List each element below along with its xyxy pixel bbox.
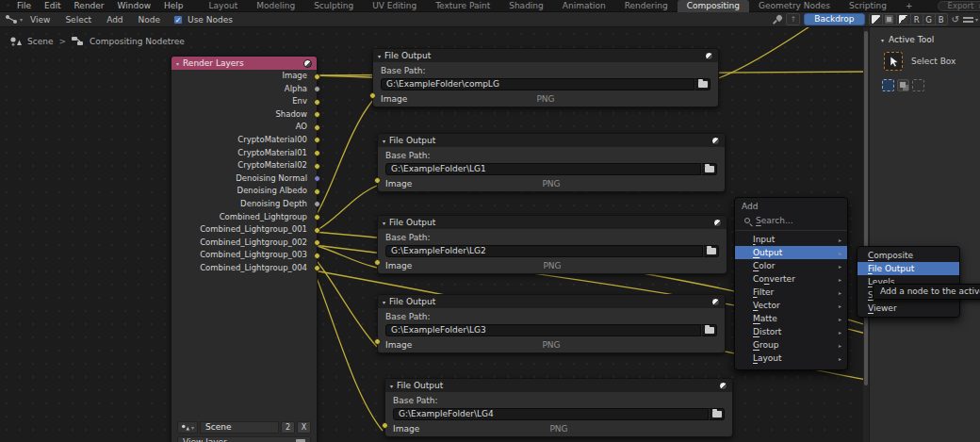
menu-item-input[interactable]: Input▸ xyxy=(735,233,847,246)
menu-item-distort[interactable]: Distort▸ xyxy=(735,325,847,338)
socket[interactable] xyxy=(314,150,320,156)
channel-color-icon[interactable] xyxy=(883,13,897,25)
menu-item-output[interactable]: Output▸ xyxy=(735,246,847,259)
menu-item-viewer[interactable]: Viewer xyxy=(858,302,959,315)
base-path-field[interactable]: G:\ExampleFolder\compLG xyxy=(381,78,694,90)
render-layers-header[interactable]: ▾ Render Layers xyxy=(172,57,317,70)
menu-window[interactable]: Window xyxy=(111,1,158,10)
select-mode-subtract-icon[interactable] xyxy=(912,79,924,91)
socket[interactable] xyxy=(314,227,320,234)
tab-texture-paint[interactable]: Texture Paint xyxy=(426,0,499,12)
render-result-icon[interactable] xyxy=(705,52,713,60)
users-count-button[interactable]: 2 xyxy=(281,421,295,434)
image-input-socket[interactable] xyxy=(382,422,388,429)
menu-file[interactable]: File xyxy=(10,1,38,10)
menu-item-layout[interactable]: Layout▸ xyxy=(735,352,847,365)
browse-folder-button[interactable] xyxy=(701,324,717,336)
active-tool-panel-header[interactable]: ▾ Active Tool xyxy=(870,27,980,44)
base-path-field[interactable]: G:\ExampleFolder\LG3 xyxy=(385,324,701,336)
select-mode-extend-icon[interactable] xyxy=(897,79,909,91)
unlink-button[interactable]: X xyxy=(297,421,311,434)
socket[interactable] xyxy=(314,124,320,131)
file-output-node-4[interactable]: ▾ File Output Base Path: G:\ExampleFolde… xyxy=(377,294,726,353)
menu-item-color[interactable]: Color▸ xyxy=(735,259,847,272)
scene-id-icon[interactable]: ▾ xyxy=(177,421,198,434)
node-header[interactable]: ▾ File Output xyxy=(385,379,732,392)
scrollbar-thumb[interactable] xyxy=(864,31,868,385)
menu-item-composite[interactable]: Composite xyxy=(858,249,959,262)
channel-b-button[interactable]: B xyxy=(936,13,948,25)
options-sliders-icon[interactable] xyxy=(963,15,973,24)
tab-modeling[interactable]: Modeling xyxy=(247,0,304,12)
base-path-field[interactable]: G:\ExampleFolder\LG4 xyxy=(393,408,709,420)
file-output-node-2[interactable]: ▾ File Output Base Path: G:\ExampleFolde… xyxy=(377,133,726,192)
tab-shading[interactable]: Shading xyxy=(499,0,553,12)
use-nodes-checkbox[interactable]: ✓ xyxy=(173,15,183,25)
render-result-icon[interactable] xyxy=(711,137,720,145)
channel-alpha-icon[interactable] xyxy=(897,13,911,25)
backdrop-toggle-button[interactable]: Backdrop xyxy=(804,13,864,25)
channel-color-alpha-icon[interactable] xyxy=(869,13,883,25)
menu-item-search[interactable]: Search... xyxy=(735,214,847,231)
collapse-chevron-icon[interactable]: ▾ xyxy=(383,138,385,144)
file-output-node-1[interactable]: ▾ File Output Base Path: G:\ExampleFolde… xyxy=(372,48,719,107)
menu-add[interactable]: Add xyxy=(99,15,130,25)
image-input-socket[interactable] xyxy=(374,177,381,184)
export-button[interactable]: Export xyxy=(948,1,974,10)
collapse-chevron-icon[interactable]: ▾ xyxy=(378,53,381,59)
node-header[interactable]: ▾ File Output xyxy=(373,49,718,62)
socket[interactable] xyxy=(314,99,320,106)
scene-name-field[interactable]: Scene xyxy=(200,421,279,434)
node-header[interactable]: ▾ File Output xyxy=(378,216,727,229)
node-header[interactable]: ▾ File Output xyxy=(378,134,725,147)
menu-item-converter[interactable]: Converter▸ xyxy=(735,272,847,286)
channel-g-button[interactable]: G xyxy=(923,13,936,25)
channel-r-button[interactable]: R xyxy=(911,13,923,25)
pin-icon[interactable] xyxy=(773,15,782,25)
image-input-socket[interactable] xyxy=(374,259,381,266)
tab-compositing[interactable]: Compositing xyxy=(678,0,749,12)
socket[interactable] xyxy=(314,74,320,80)
tab-layout[interactable]: Layout xyxy=(200,0,248,12)
menu-item-matte[interactable]: Matte▸ xyxy=(735,312,847,325)
tab-rendering[interactable]: Rendering xyxy=(615,0,678,12)
breadcrumb-scene[interactable]: Scene xyxy=(27,37,53,46)
collapse-chevron-icon[interactable]: ▾ xyxy=(383,220,385,226)
socket[interactable] xyxy=(314,163,320,170)
render-layers-node[interactable]: ▾ Render Layers Image Alpha Env Shadow A… xyxy=(171,56,318,442)
collapse-chevron-icon[interactable]: ▾ xyxy=(390,383,393,389)
base-path-field[interactable]: G:\ExampleFolder\LG2 xyxy=(385,245,703,257)
socket[interactable] xyxy=(314,188,320,195)
render-result-icon[interactable] xyxy=(303,59,312,68)
menu-view[interactable]: View xyxy=(23,15,57,25)
view-layer-selector[interactable]: View layer xyxy=(177,436,311,442)
collapse-chevron-icon[interactable]: ▾ xyxy=(383,299,385,305)
menu-item-file-output[interactable]: File Output xyxy=(858,262,959,275)
render-result-icon[interactable] xyxy=(713,219,722,227)
menu-render[interactable]: Render xyxy=(68,1,111,10)
tab-sculpting[interactable]: Sculpting xyxy=(304,0,363,12)
image-input-socket[interactable] xyxy=(369,92,376,99)
file-output-node-3[interactable]: ▾ File Output Base Path: G:\ExampleFolde… xyxy=(377,215,727,274)
browse-folder-button[interactable] xyxy=(709,408,725,420)
render-result-icon[interactable] xyxy=(711,298,720,306)
menu-node[interactable]: Node xyxy=(131,15,169,25)
go-to-parent-icon[interactable]: ↑ xyxy=(786,13,800,25)
editor-type-icon[interactable] xyxy=(5,14,19,25)
file-output-node-5[interactable]: ▾ File Output Base Path: G:\ExampleFolde… xyxy=(384,378,733,437)
tab-animation[interactable]: Animation xyxy=(553,0,615,12)
menu-item-vector[interactable]: Vector▸ xyxy=(735,299,847,312)
collapse-chevron-icon[interactable]: ▾ xyxy=(881,37,884,43)
browse-folder-button[interactable] xyxy=(701,163,717,175)
collapse-chevron-icon[interactable]: ▾ xyxy=(176,60,179,67)
refresh-backdrop-icon[interactable]: ↺ xyxy=(952,15,959,25)
render-result-icon[interactable] xyxy=(719,382,727,390)
tab-add-workspace[interactable]: + xyxy=(896,0,923,12)
socket[interactable] xyxy=(314,214,320,221)
socket[interactable] xyxy=(314,253,320,259)
tab-scripting[interactable]: Scripting xyxy=(840,0,896,12)
select-mode-set-icon[interactable] xyxy=(882,79,894,91)
menu-edit[interactable]: Edit xyxy=(38,1,67,10)
base-path-field[interactable]: G:\ExampleFolder\LG1 xyxy=(385,163,701,175)
menu-help[interactable]: Help xyxy=(157,1,190,10)
